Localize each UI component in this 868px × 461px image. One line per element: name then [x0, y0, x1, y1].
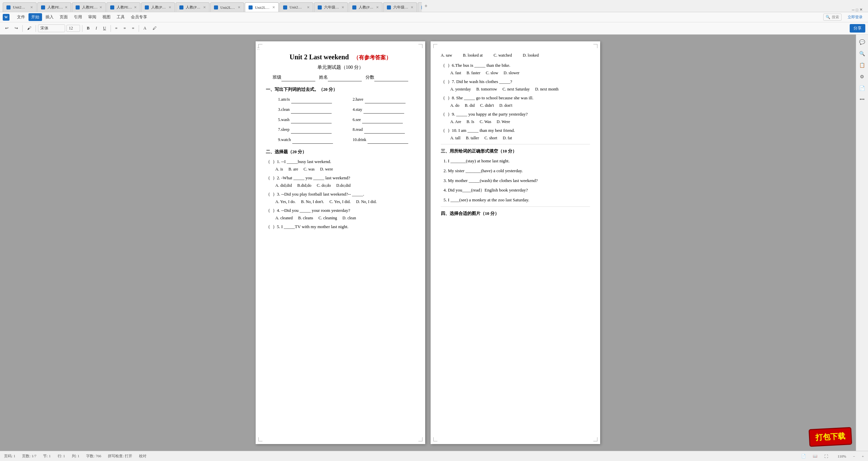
page-right: A. saw B. looked at C. watched D. looked… [431, 41, 600, 444]
italic-button[interactable]: I [93, 25, 99, 32]
close-button[interactable]: ✕ [860, 7, 863, 12]
color-button[interactable]: A [141, 25, 149, 32]
q1: 1.am/is [278, 96, 339, 103]
browser-tab-9[interactable]: 六年级英语下册Unit2...✕ [314, 2, 348, 12]
browser-tab-7[interactable]: Unit2Lastweek✕ [245, 2, 279, 12]
menu-item-审阅[interactable]: 审阅 [85, 13, 99, 21]
menu-item-视图[interactable]: 视图 [100, 13, 113, 21]
corner-tl [258, 44, 262, 48]
browser-tab-6[interactable]: Unit2Lastwee...✕ [210, 2, 244, 12]
tab-close-9[interactable]: ✕ [341, 5, 344, 9]
menu-bar: W 文件开始插入页面引用审阅视图工具会员专享 🔍 搜索 立即登录 [0, 12, 868, 22]
undo-button[interactable]: ↩ [3, 25, 11, 32]
browser-tab-8[interactable]: Unit2能力提升卷-小学✕ [279, 2, 313, 12]
browser-tab-4[interactable]: 人教(PEP)六年级英语...✕ [141, 2, 175, 12]
tab-close-10[interactable]: ✕ [376, 5, 379, 9]
tab-close-5[interactable]: ✕ [203, 5, 206, 9]
page-left: :: Unit 2 Last weekend （有参考答案） 单元测试题（100… [256, 41, 425, 444]
section3-questions: 1. I _______(stay) at home last night. 2… [441, 158, 590, 204]
menu-item-引用[interactable]: 引用 [71, 13, 85, 21]
sidebar-search-icon[interactable]: 🔍 [857, 49, 867, 58]
s3q5: 5. I ____(see) a monkey at the zoo last … [443, 197, 590, 204]
menu-item-页面[interactable]: 页面 [57, 13, 71, 21]
section-info: 节: 1 [43, 454, 51, 459]
browser-tab-11[interactable]: 六年级英语下册Unit2...✕ [383, 2, 417, 12]
mc-rq7: （ ）7. Did he wash his clothes _____? A. … [441, 78, 590, 93]
mc-q4: （ ）4. --Did you _____ your room yesterda… [266, 207, 415, 221]
redo-button[interactable]: ↪ [12, 25, 20, 32]
corner-br [418, 437, 422, 441]
align-right-button[interactable]: ≡ [130, 25, 137, 32]
q-row-4: 7.sleep 8.read [271, 126, 415, 134]
mc-rq10: （ ）10. I am _____ than my best friend. A… [441, 127, 590, 141]
browser-tab-3[interactable]: 人教PEP版六年级英语...✕ [106, 2, 140, 12]
align-left-button[interactable]: ≡ [113, 25, 120, 32]
align-center-button[interactable]: ≡ [121, 25, 128, 32]
sidebar-settings-icon[interactable]: ⚙ [857, 72, 867, 81]
menu-item-文件[interactable]: 文件 [14, 13, 28, 21]
tab-close-7[interactable]: ✕ [272, 5, 275, 9]
mc-q3: （ ）3. --Did you play football last weeke… [266, 191, 415, 205]
menu-item-开始[interactable]: 开始 [28, 13, 42, 21]
sidebar-doc-icon[interactable]: 📄 [857, 83, 867, 93]
browser-tab-12[interactable]: 人教(PEP)六年级英语...✕ [418, 2, 422, 12]
q9: 9.watch [278, 136, 339, 144]
maximize-button[interactable]: □ [856, 8, 858, 12]
q-row-1: 1.am/is 2.have [271, 96, 415, 103]
total-pages: 页数: 1/7 [22, 454, 36, 459]
pages-container: :: Unit 2 Last weekend （有参考答案） 单元测试题（100… [0, 35, 856, 451]
sidebar-toc-icon[interactable]: 📋 [857, 60, 867, 70]
menu-item-插入[interactable]: 插入 [43, 13, 56, 21]
tab-close-3[interactable]: ✕ [134, 5, 137, 9]
zoom-decrease-button[interactable]: − [853, 454, 855, 458]
menu-item-会员专享[interactable]: 会员专享 [128, 13, 150, 21]
right-sidebar: 💬 🔍 📋 ⚙ 📄 ••• [856, 35, 868, 451]
view-normal-icon[interactable]: 📄 [801, 454, 806, 458]
separator-3 [82, 25, 82, 32]
separator-2 [36, 25, 36, 32]
tab-close-8[interactable]: ✕ [307, 5, 310, 9]
user-area[interactable]: 立即登录 [845, 14, 865, 20]
tab-close-11[interactable]: ✕ [411, 5, 413, 9]
tab-close-2[interactable]: ✕ [99, 5, 102, 9]
mc-q1: （ ）1. --I _____busy last weekend. A. is … [266, 158, 415, 173]
tab-close-6[interactable]: ✕ [238, 5, 240, 9]
view-full-icon[interactable]: ⛶ [824, 454, 828, 458]
browser-tab-0[interactable]: Unit2达标检测卷-小学✕ [3, 2, 37, 12]
tab-close-4[interactable]: ✕ [169, 5, 171, 9]
tab-close-0[interactable]: ✕ [30, 5, 33, 9]
mc-q2: （ ）2. -What _____ you _____ last weekend… [266, 175, 415, 189]
section1-questions: 1.am/is 2.have 3.clean 4.stay 5.wash 6.s… [266, 96, 415, 144]
underline-button[interactable]: U [101, 25, 108, 32]
browser-tab-5[interactable]: 人教(PEP)六年级英语...✕ [176, 2, 210, 12]
corner-br-r [593, 437, 597, 441]
browser-tab-1[interactable]: 人教PEP版-六年级英语上✕ [37, 2, 71, 12]
doc-title: Unit 2 Last weekend （有参考答案） [266, 52, 415, 62]
download-badge[interactable]: 打包下载 [809, 427, 852, 447]
font-name[interactable]: 宋体 [38, 24, 65, 32]
tab-close-1[interactable]: ✕ [65, 5, 67, 9]
q-row-2: 3.clean 4.stay [271, 106, 415, 114]
section4-title: 四、选择合适的图片（10 分） [441, 210, 590, 217]
sidebar-more-icon[interactable]: ••• [857, 95, 867, 104]
toolbar: ↩ ↪ 🖌 宋体 12 B I U ≡ ≡ ≡ A 🖊 分享 [0, 22, 868, 35]
section3-title: 三、用所给词的正确形式填空（10 分） [441, 148, 590, 155]
zoom-increase-button[interactable]: + [862, 454, 864, 458]
minimize-button[interactable]: ─ [852, 8, 855, 12]
view-read-icon[interactable]: 📖 [813, 454, 817, 458]
bold-button[interactable]: B [84, 25, 92, 32]
highlight-button[interactable]: 🖊 [150, 25, 159, 32]
sidebar-comment-icon[interactable]: 💬 [857, 37, 867, 47]
separator-sec4 [441, 206, 590, 207]
mc-rq6: （ ）6.The bus is _____ than the bike. A. … [441, 62, 590, 76]
page-number: 页码: 1 [4, 454, 15, 459]
share-button[interactable]: 分享 [850, 24, 865, 33]
browser-tab-10[interactable]: 人教(PEP)六年级英语...✕ [349, 2, 382, 12]
browser-tab-2[interactable]: 人教PEP版六年级下册...✕ [72, 2, 106, 12]
q5: 5.wash [278, 116, 339, 124]
font-size[interactable]: 12 [66, 25, 80, 32]
format-paint-button[interactable]: 🖌 [25, 25, 34, 32]
new-tab-button[interactable]: + [422, 2, 430, 11]
search-box[interactable]: 🔍 搜索 [823, 14, 842, 21]
menu-item-工具[interactable]: 工具 [114, 13, 127, 21]
